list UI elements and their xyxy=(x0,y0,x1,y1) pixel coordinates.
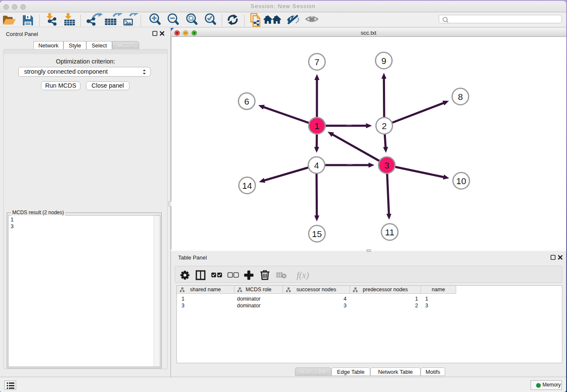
svg-text:2: 2 xyxy=(382,121,387,131)
svg-text:3: 3 xyxy=(384,160,389,170)
svg-text:11: 11 xyxy=(385,227,394,237)
svg-text:1: 1 xyxy=(314,121,319,131)
svg-text:8: 8 xyxy=(458,92,463,102)
svg-text:14: 14 xyxy=(242,181,252,190)
svg-text:4: 4 xyxy=(314,160,319,170)
svg-text:6: 6 xyxy=(244,97,249,106)
svg-text:9: 9 xyxy=(381,56,386,66)
svg-text:7: 7 xyxy=(314,57,319,67)
svg-text:f(x): f(x) xyxy=(297,270,309,280)
svg-text:10: 10 xyxy=(456,176,466,186)
svg-text:15: 15 xyxy=(312,229,322,239)
